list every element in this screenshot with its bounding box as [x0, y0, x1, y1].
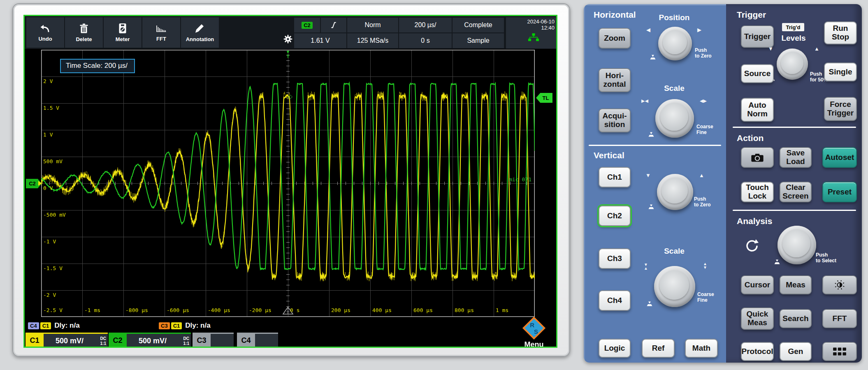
channel3-button[interactable]: Ch3 — [599, 248, 631, 269]
channel1-button[interactable]: Ch1 — [599, 167, 631, 187]
y-tick-label: 1.5 V — [43, 105, 59, 111]
intensity-button[interactable] — [822, 275, 857, 294]
waveform-display — [41, 50, 535, 317]
apps-button[interactable] — [822, 342, 857, 361]
math-button[interactable]: Math — [685, 339, 718, 358]
zoom-button[interactable]: Zoom — [599, 28, 631, 49]
acquisition-button[interactable]: Acqui- sition — [599, 109, 631, 132]
measurement-badge: C1 — [40, 322, 51, 329]
undo-button[interactable]: Undo — [26, 17, 64, 48]
logic-button[interactable]: Logic — [599, 339, 631, 358]
annotation-button[interactable]: Annotation — [181, 17, 219, 48]
vertical-position-knob[interactable] — [657, 174, 693, 210]
save-load-button[interactable]: Save Load — [780, 147, 812, 168]
trigd-indicator: Trig'd — [782, 23, 804, 31]
section-divider — [733, 210, 856, 211]
x-tick-label: 200 µs — [331, 307, 350, 313]
x-tick-label: -400 µs — [208, 307, 230, 313]
run-stop-button[interactable]: Run Stop — [824, 21, 857, 44]
quick-meas-button[interactable]: Quick Meas — [741, 308, 774, 330]
trigger-source-cell[interactable]: C2 — [294, 18, 320, 32]
time-scale-cell[interactable]: 200 µs/ — [399, 18, 452, 32]
trigger-mode-cell[interactable]: Norm — [347, 18, 398, 32]
channel1-box[interactable]: C1 500 mV/ DC1:1 — [26, 333, 108, 348]
trigger-source-button[interactable]: Source — [741, 64, 774, 83]
channel1-coupling: DC1:1 — [95, 336, 108, 346]
acq-mode-cell[interactable]: Sample — [453, 33, 504, 48]
protocol-button[interactable]: Protocol — [741, 342, 774, 361]
gear-icon[interactable] — [283, 34, 293, 44]
coarse-fine-hint: Coarse Fine — [697, 292, 714, 303]
horizontal-section-title: Horizontal — [594, 10, 636, 20]
horizontal-menu-button[interactable]: Hori- zontal — [599, 68, 631, 92]
vertical-scale-knob[interactable] — [654, 266, 695, 307]
gen-button[interactable]: Gen — [780, 342, 812, 361]
fft-panel-button[interactable]: FFT — [822, 309, 857, 328]
search-button[interactable]: Search — [780, 309, 812, 328]
levels-knob-label: Levels — [765, 34, 822, 43]
channel2-button[interactable]: Ch2 — [599, 206, 631, 226]
up-arrow-icon: ▲ — [699, 173, 704, 178]
acq-state-cell[interactable]: Complete — [453, 18, 504, 32]
single-button[interactable]: Single — [824, 62, 857, 81]
trigger-position-marker[interactable]: ▼T — [283, 50, 293, 59]
channel1-scale: 500 mV/ — [44, 337, 95, 345]
horizontal-position-knob[interactable] — [658, 27, 692, 60]
x-tick-label: 400 µs — [372, 307, 392, 313]
measurement-badges: C3C1 — [159, 321, 183, 330]
channel3-box[interactable]: C3 — [193, 333, 234, 348]
meter-button[interactable]: Meter — [104, 17, 142, 48]
trigger-level-marker[interactable]: TL — [536, 93, 552, 103]
screenshot-button[interactable] — [741, 147, 774, 168]
trigger-slope-cell[interactable] — [321, 18, 346, 32]
channel2-marker-label: C2 — [29, 180, 36, 187]
cursor-button[interactable]: Cursor — [741, 275, 774, 294]
expand-icon: ▲ ▼ — [703, 262, 707, 269]
y-tick-label: 1 V — [43, 132, 53, 138]
toolbar-button-label: Annotation — [186, 36, 214, 42]
channel1-offset-marker[interactable] — [38, 181, 42, 186]
delete-button[interactable]: Delete — [65, 17, 103, 48]
trigger-source-badge: C2 — [302, 22, 313, 29]
channel4-box[interactable]: C4 — [237, 333, 278, 348]
trigger-section-title: Trigger — [737, 10, 766, 20]
undo-icon — [40, 23, 51, 33]
channel4-tab: C4 — [237, 333, 255, 348]
preset-button[interactable]: Preset — [822, 182, 857, 202]
trigger-level-cell[interactable]: 1.61 V — [294, 33, 346, 48]
menu-button[interactable]: RS Menu — [516, 316, 552, 348]
x-tick-label: -200 µs — [249, 307, 272, 313]
right-arrow-icon: ▶ — [697, 27, 701, 32]
channel4-button[interactable]: Ch4 — [599, 290, 631, 311]
rising-edge-icon — [330, 21, 337, 29]
up-arrow-icon: ▲ — [814, 46, 819, 51]
measurement-badge: C4 — [28, 322, 39, 329]
trigger-level-knob[interactable] — [777, 49, 808, 80]
force-trigger-button[interactable]: Force Trigger — [824, 97, 857, 121]
channel2-box[interactable]: C2 500 mV/ DC1:1 — [109, 333, 191, 348]
ref-button[interactable]: Ref — [642, 339, 675, 358]
scope-touchscreen[interactable]: Undo Delete Meter FFT Annotation C2 Norm… — [23, 15, 557, 348]
touch-lock-button[interactable]: Touch Lock — [741, 182, 774, 202]
autoset-button[interactable]: Autoset — [822, 147, 857, 168]
auto-norm-button[interactable]: Auto Norm — [741, 98, 774, 122]
svg-text:R: R — [530, 321, 534, 328]
measurement-group[interactable]: C4C1 Dly: n/a — [28, 320, 80, 331]
navigation-knob[interactable] — [777, 226, 816, 264]
channel3-tab: C3 — [193, 333, 211, 348]
apps-grid-icon — [832, 346, 847, 357]
horizontal-position-cell[interactable]: 0 s — [399, 33, 452, 48]
acq-mode-value: Sample — [467, 37, 489, 44]
meter-icon — [118, 23, 127, 34]
measurement-group[interactable]: C3C1 Dly: n/a — [159, 320, 211, 331]
oscilloscope-workbench: Undo Delete Meter FFT Annotation C2 Norm… — [0, 0, 868, 370]
meas-button[interactable]: Meas — [780, 275, 812, 294]
fft-button[interactable]: FFT — [142, 17, 180, 48]
trigger-mode-value: Norm — [364, 21, 381, 29]
push-knob-icon — [648, 132, 654, 137]
toolbar-button-label: Undo — [38, 36, 52, 42]
horizontal-scale-knob[interactable] — [655, 99, 694, 138]
sample-rate-cell[interactable]: 125 MSa/s — [347, 33, 398, 48]
clear-screen-button[interactable]: Clear Screen — [780, 182, 812, 202]
menu-label: Menu — [516, 340, 552, 348]
